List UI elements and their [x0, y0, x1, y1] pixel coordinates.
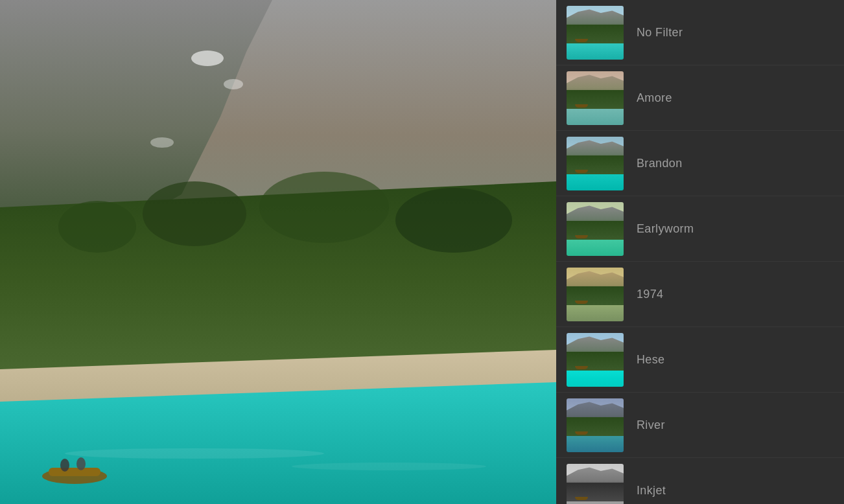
filter-thumbnail-amore	[567, 71, 624, 125]
svg-marker-16	[0, 382, 556, 504]
filter-item-earlyworm[interactable]: Earlyworm	[556, 196, 844, 262]
filter-item-no-filter[interactable]: No Filter	[556, 0, 844, 65]
filter-label-inkjet: Inkjet	[637, 484, 666, 498]
main-photo	[0, 0, 556, 504]
thumb-boat	[575, 168, 588, 173]
filter-item-hese[interactable]: Hese	[556, 327, 844, 393]
filter-label-no-filter: No Filter	[637, 26, 683, 40]
filter-label-hese: Hese	[637, 353, 664, 367]
svg-point-10	[259, 172, 389, 243]
svg-point-11	[395, 188, 512, 253]
svg-point-22	[76, 457, 86, 470]
svg-point-17	[65, 448, 324, 459]
thumb-boat	[575, 364, 588, 369]
filter-item-1974[interactable]: 1974	[556, 262, 844, 327]
filter-thumbnail-earlyworm	[567, 202, 624, 256]
filter-item-amore[interactable]: Amore	[556, 65, 844, 131]
svg-point-4	[191, 51, 224, 66]
svg-point-6	[150, 137, 174, 148]
svg-point-21	[60, 459, 69, 472]
filter-item-river[interactable]: River	[556, 393, 844, 458]
svg-point-18	[292, 463, 486, 470]
thumb-boat	[575, 102, 588, 108]
filter-label-brandon: Brandon	[637, 157, 683, 170]
filter-label-river: River	[637, 418, 665, 432]
filter-thumbnail-no-filter	[567, 6, 624, 60]
filter-item-brandon[interactable]: Brandon	[556, 131, 844, 196]
svg-point-9	[143, 181, 246, 246]
svg-rect-20	[49, 468, 100, 476]
filter-label-earlyworm: Earlyworm	[637, 222, 694, 236]
svg-point-8	[58, 201, 136, 253]
filter-thumbnail-hese	[567, 333, 624, 387]
thumb-boat	[575, 37, 588, 42]
svg-point-5	[224, 79, 243, 89]
filter-item-inkjet[interactable]: Inkjet	[556, 458, 844, 504]
thumb-boat	[575, 233, 588, 238]
thumb-boat	[575, 430, 588, 435]
filter-label-1974: 1974	[637, 288, 663, 301]
filter-thumbnail-inkjet	[567, 464, 624, 505]
filter-thumbnail-1974	[567, 268, 624, 321]
thumb-boat	[575, 495, 588, 500]
filter-panel: No Filter Amore	[556, 0, 844, 504]
scene-svg	[0, 0, 556, 504]
filter-thumbnail-brandon	[567, 137, 624, 190]
thumb-boat	[575, 299, 588, 304]
filter-label-amore: Amore	[637, 91, 672, 105]
filter-thumbnail-river	[567, 398, 624, 452]
